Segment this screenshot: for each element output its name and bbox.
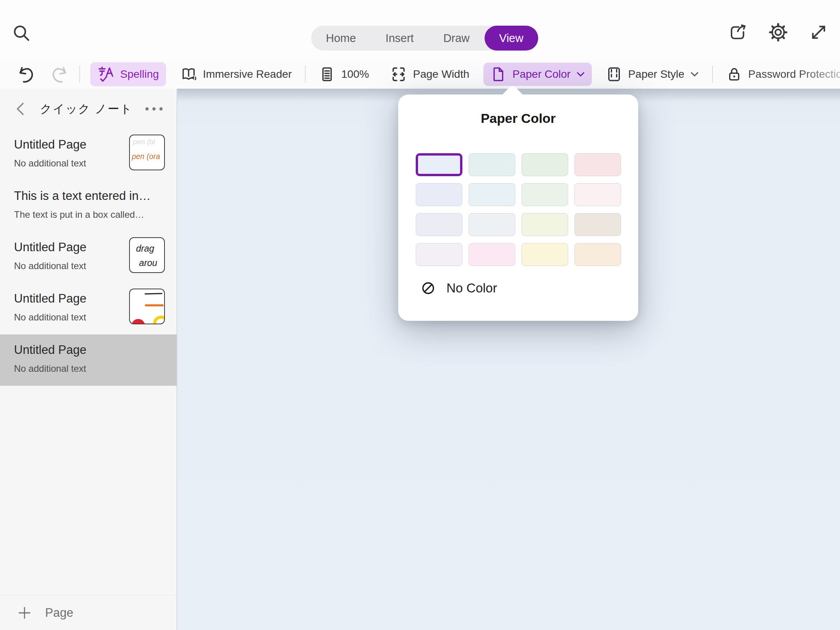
paper-color-button[interactable]: Paper Color bbox=[483, 63, 592, 86]
notebook-section-title: クイック ノート bbox=[30, 101, 143, 117]
plus-icon bbox=[17, 606, 32, 620]
page-title: Untitled Page bbox=[14, 343, 163, 357]
page-thumbnail: drag arou bbox=[129, 237, 165, 273]
expand-fullscreen-icon[interactable] bbox=[809, 23, 828, 42]
no-color-icon bbox=[421, 281, 436, 296]
page-subtitle: No additional text bbox=[14, 363, 163, 374]
lock-icon bbox=[726, 66, 742, 82]
page-thumbnail bbox=[129, 289, 165, 324]
add-page-label: Page bbox=[45, 606, 73, 620]
paper-color-swatch[interactable] bbox=[416, 183, 462, 206]
paper-color-swatch[interactable] bbox=[469, 213, 515, 236]
page-width-icon bbox=[390, 66, 407, 83]
paper-color-swatch[interactable] bbox=[522, 213, 568, 236]
page-subtitle: No additional text bbox=[14, 261, 127, 271]
immersive-reader-button[interactable]: Immersive Reader bbox=[173, 62, 299, 86]
top-header: Home Insert Draw View bbox=[0, 0, 840, 60]
zoom-level-button[interactable]: 100% bbox=[312, 63, 376, 86]
paper-color-swatch[interactable] bbox=[416, 213, 462, 236]
page-width-button[interactable]: Page Width bbox=[383, 62, 476, 86]
page-title: Untitled Page bbox=[14, 240, 127, 254]
ribbon-separator bbox=[79, 66, 80, 83]
tab-draw[interactable]: Draw bbox=[429, 26, 485, 51]
page-list-item[interactable]: Untitled Page No additional text bbox=[0, 283, 177, 334]
paper-color-swatch[interactable] bbox=[522, 243, 568, 266]
onenote-app: Home Insert Draw View bbox=[0, 0, 840, 630]
password-protection-label: Password Protection bbox=[748, 68, 840, 80]
paper-style-button[interactable]: Paper Style bbox=[599, 63, 706, 86]
page-list-item[interactable]: Untitled Page No additional text drag ar… bbox=[0, 232, 177, 283]
spelling-button[interactable]: Spelling bbox=[90, 62, 166, 86]
paper-style-icon bbox=[606, 66, 622, 82]
paper-color-swatch[interactable] bbox=[574, 183, 621, 206]
spelling-label: Spelling bbox=[120, 68, 159, 80]
ribbon-separator bbox=[712, 66, 713, 83]
paper-color-icon bbox=[490, 66, 507, 82]
paper-color-swatch[interactable] bbox=[574, 243, 621, 266]
paper-color-grid bbox=[416, 153, 621, 266]
paper-color-swatch-selected[interactable] bbox=[416, 153, 462, 176]
page-width-label: Page Width bbox=[413, 68, 469, 80]
paper-style-label: Paper Style bbox=[628, 68, 684, 80]
paper-color-popup: Paper Color No Color bbox=[398, 94, 638, 321]
sidebar-header: クイック ノート bbox=[0, 89, 177, 129]
view-ribbon: Spelling Immersive Reader 100% bbox=[0, 60, 840, 89]
more-options-icon[interactable] bbox=[143, 101, 165, 117]
chevron-down-icon bbox=[576, 72, 585, 77]
page-title: Untitled Page bbox=[14, 138, 127, 152]
page-list-item-selected[interactable]: Untitled Page No additional text bbox=[0, 334, 177, 386]
page-list-item[interactable]: This is a text entered in… The text is p… bbox=[0, 180, 177, 232]
immersive-reader-icon bbox=[180, 66, 197, 83]
no-color-option[interactable]: No Color bbox=[421, 281, 638, 296]
page-subtitle: The text is put in a box called… bbox=[14, 209, 163, 220]
svg-text:drag: drag bbox=[136, 243, 154, 254]
tab-view[interactable]: View bbox=[485, 26, 538, 51]
popup-title: Paper Color bbox=[398, 94, 638, 126]
chevron-down-icon bbox=[690, 72, 699, 77]
page-title: This is a text entered in… bbox=[14, 189, 163, 203]
window-actions bbox=[728, 23, 828, 42]
paper-color-swatch[interactable] bbox=[469, 183, 515, 206]
svg-text:pen (bl: pen (bl bbox=[133, 138, 156, 146]
tab-home[interactable]: Home bbox=[311, 26, 371, 51]
zoom-level-label: 100% bbox=[341, 68, 369, 80]
search-icon[interactable] bbox=[11, 23, 33, 44]
add-page-button[interactable]: Page bbox=[0, 595, 177, 630]
page-subtitle: No additional text bbox=[14, 158, 127, 169]
immersive-reader-label: Immersive Reader bbox=[203, 68, 292, 80]
paper-color-swatch[interactable] bbox=[469, 153, 515, 176]
page-thumbnail: pen (bl pen (ora bbox=[129, 135, 165, 170]
ribbon-tabs: Home Insert Draw View bbox=[311, 26, 538, 51]
page-list-sidebar: クイック ノート Untitled Page No additional tex… bbox=[0, 89, 177, 630]
ribbon-separator bbox=[305, 66, 306, 83]
no-color-label: No Color bbox=[446, 281, 497, 296]
svg-text:pen (ora: pen (ora bbox=[131, 152, 160, 161]
share-icon[interactable] bbox=[728, 23, 747, 42]
paper-color-swatch[interactable] bbox=[574, 153, 621, 176]
settings-gear-icon[interactable] bbox=[768, 23, 788, 42]
back-chevron-icon[interactable] bbox=[12, 99, 30, 119]
undo-button[interactable] bbox=[12, 62, 38, 87]
zoom-document-icon bbox=[319, 66, 335, 82]
paper-color-swatch[interactable] bbox=[522, 183, 568, 206]
paper-color-swatch[interactable] bbox=[416, 243, 462, 266]
paper-color-swatch[interactable] bbox=[522, 153, 568, 176]
password-protection-button[interactable]: Password Protection bbox=[719, 63, 840, 86]
page-list-item[interactable]: Untitled Page No additional text pen (bl… bbox=[0, 129, 177, 180]
paper-color-swatch[interactable] bbox=[469, 243, 515, 266]
redo-button[interactable] bbox=[47, 62, 73, 87]
page-title: Untitled Page bbox=[14, 292, 127, 306]
paper-color-swatch[interactable] bbox=[574, 213, 621, 236]
svg-text:arou: arou bbox=[139, 258, 157, 268]
page-list: Untitled Page No additional text pen (bl… bbox=[0, 129, 177, 595]
tab-insert[interactable]: Insert bbox=[371, 26, 429, 51]
spelling-icon bbox=[97, 66, 114, 83]
paper-color-label: Paper Color bbox=[513, 68, 570, 80]
page-subtitle: No additional text bbox=[14, 312, 127, 323]
